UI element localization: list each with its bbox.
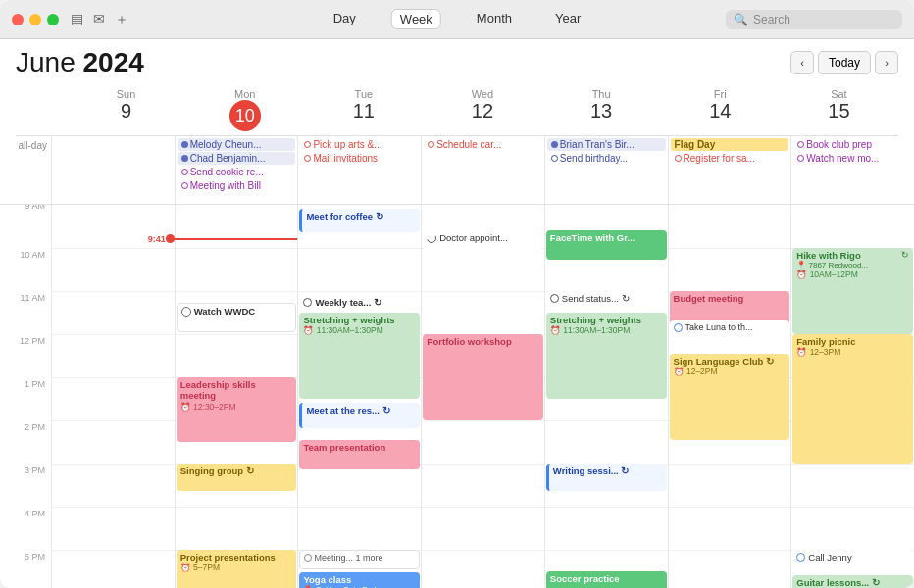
event-stretching-thu[interactable]: Stretching + weights ⏰ 11:30AM–1:30PM: [546, 313, 667, 399]
event-team-presentation[interactable]: Team presentation: [299, 440, 420, 469]
event-sign-language[interactable]: Sign Language Club ↻ ⏰ 12–2PM: [670, 354, 790, 440]
next-button[interactable]: ›: [875, 51, 898, 74]
event-mail-inv[interactable]: Mail invitations: [300, 152, 419, 165]
day-header-sun: Sun9: [67, 84, 185, 135]
inbox-icon[interactable]: ✉: [93, 11, 105, 28]
allday-row: all-day Melody Cheun... Chad Benjamin...…: [0, 136, 914, 205]
event-book-club[interactable]: Book club prep: [793, 138, 912, 151]
day-header-mon: Mon10: [185, 84, 304, 135]
event-meet-res[interactable]: Meet at the res... ↻: [299, 403, 420, 428]
event-chad[interactable]: Chad Benjamin...: [178, 152, 296, 165]
allday-thu: Brian Tran's Bir... Send birthday...: [544, 136, 668, 204]
time-gutter-header: [16, 84, 67, 135]
sidebar-icon[interactable]: ▤: [71, 11, 83, 28]
event-melody[interactable]: Melody Cheun...: [178, 138, 296, 151]
calendar-window: ▤ ✉ ＋ Day Week Month Year 🔍 Search June …: [0, 0, 914, 588]
event-send-cookie[interactable]: Send cookie re...: [178, 166, 296, 178]
nav-week[interactable]: Week: [391, 9, 441, 29]
allday-sun: [51, 136, 175, 204]
nav-day[interactable]: Day: [326, 9, 364, 29]
event-call-jenny[interactable]: Call Jenny: [792, 550, 913, 575]
day-header-fri: Fri14: [661, 84, 780, 135]
view-nav: Day Week Month Year: [326, 9, 589, 29]
time-label-12pm: 12 PM: [0, 334, 51, 377]
time-label-10am: 10 AM: [0, 248, 51, 291]
event-portfolio-workshop[interactable]: Portfolio workshop: [423, 334, 543, 420]
event-send-birthday[interactable]: Send birthday...: [547, 152, 666, 165]
year: 2024: [83, 47, 144, 77]
event-soccer[interactable]: Soccer practice: [546, 571, 667, 588]
toolbar-icons: ▤ ✉ ＋: [71, 11, 128, 28]
day-col-sun: [51, 205, 175, 588]
event-meeting-more[interactable]: Meeting... 1 more: [299, 550, 420, 569]
time-label-4pm: 4 PM: [0, 507, 51, 550]
search-box[interactable]: 🔍 Search: [726, 10, 902, 29]
event-brian-bir[interactable]: Brian Tran's Bir...: [547, 138, 666, 151]
day-col-tue: Meet for coffee ↻ Weekly tea... ↻ Stretc…: [297, 205, 421, 588]
event-family-picnic[interactable]: Family picnic ⏰ 12–3PM: [792, 334, 913, 464]
event-send-status[interactable]: Send status... ↻: [546, 291, 667, 315]
allday-fri: Flag Day Register for sa...: [668, 136, 791, 204]
search-icon: 🔍: [734, 13, 748, 26]
event-singing-group[interactable]: Singing group ↻: [177, 464, 297, 491]
event-project-presentations[interactable]: Project presentations ⏰ 5–7PM: [177, 550, 297, 588]
day-col-wed: Doctor appoint... Portfolio workshop: [421, 205, 544, 588]
event-guitar[interactable]: Guitar lessons... ↻: [792, 575, 913, 588]
add-icon[interactable]: ＋: [115, 11, 128, 28]
event-meet-coffee[interactable]: Meet for coffee ↻: [299, 209, 420, 232]
event-register-sa[interactable]: Register for sa...: [671, 152, 789, 165]
nav-year[interactable]: Year: [547, 9, 588, 29]
month-name: June: [16, 47, 83, 77]
event-writing[interactable]: Writing sessi... ↻: [546, 464, 667, 491]
day-col-fri: Budget meeting Take Luna to th... Sign L…: [668, 205, 791, 588]
calendar-title: June 2024: [16, 47, 144, 78]
day-header-thu: Thu13: [542, 84, 661, 135]
event-watch-new-mo[interactable]: Watch new mo...: [793, 152, 912, 165]
event-flag-day[interactable]: Flag Day: [671, 138, 789, 151]
event-watch-wwdc[interactable]: Watch WWDC: [177, 303, 297, 332]
event-facetime[interactable]: FaceTime with Gr...: [546, 230, 667, 260]
time-labels: 9 AM 10 AM 11 AM 12 PM 1 PM 2 PM 3 PM 4 …: [0, 205, 51, 588]
event-meeting-bill[interactable]: Meeting with Bill: [178, 179, 296, 192]
allday-wed: Schedule car...: [421, 136, 544, 204]
day-header-tue: Tue11: [304, 84, 423, 135]
allday-sat: Book club prep Watch new mo...: [790, 136, 914, 204]
day-headers: Sun9 Mon10 Tue11 Wed12 Thu13 Fri14 Sat15: [16, 84, 898, 136]
time-label-5pm: 5 PM: [0, 550, 51, 588]
allday-tue: Pick up arts &... Mail invitations: [297, 136, 421, 204]
event-stretching-tue[interactable]: Stretching + weights ⏰ 11:30AM–1:30PM: [299, 313, 420, 399]
titlebar: ▤ ✉ ＋ Day Week Month Year 🔍 Search: [0, 0, 914, 39]
time-grid-container: 9 AM 10 AM 11 AM 12 PM 1 PM 2 PM 3 PM 4 …: [0, 205, 914, 588]
time-label-3pm: 3 PM: [0, 464, 51, 507]
time-label-11am: 11 AM: [0, 291, 51, 334]
day-header-sat: Sat15: [780, 84, 898, 135]
event-pickup-arts[interactable]: Pick up arts &...: [300, 138, 419, 151]
close-button[interactable]: [12, 14, 24, 25]
time-label-9am: 9 AM: [0, 205, 51, 211]
minimize-button[interactable]: [29, 14, 41, 25]
search-placeholder: Search: [753, 13, 790, 26]
time-label-2pm: 2 PM: [0, 420, 51, 464]
event-doctor[interactable]: Doctor appoint...: [423, 230, 543, 260]
time-label-1pm: 1 PM: [0, 377, 51, 420]
day-header-wed: Wed12: [423, 84, 541, 135]
nav-month[interactable]: Month: [469, 9, 520, 29]
event-hike[interactable]: Hike with Rigo↻ 📍 7867 Redwood... ⏰ 10AM…: [792, 248, 913, 334]
prev-button[interactable]: ‹: [790, 51, 814, 74]
calendar-header: June 2024 ‹ Today › Sun9 Mon10 Tue11 Wed…: [0, 39, 914, 136]
day-col-thu: FaceTime with Gr... Send status... ↻ Str…: [544, 205, 668, 588]
event-yoga[interactable]: Yoga class 📍 Golden Gate Park 5:15–6:45P…: [299, 572, 420, 588]
today-button[interactable]: Today: [818, 51, 871, 74]
allday-label: all-day: [0, 136, 51, 204]
event-leadership[interactable]: Leadership skills meeting ⏰ 12:30–2PM: [177, 377, 297, 442]
event-schedule-car[interactable]: Schedule car...: [424, 138, 542, 151]
nav-buttons: ‹ Today ›: [790, 51, 898, 74]
traffic-lights: [12, 14, 59, 25]
hour-9am-label: 9 AM: [0, 205, 51, 248]
maximize-button[interactable]: [47, 14, 59, 25]
day-col-sat: Hike with Rigo↻ 📍 7867 Redwood... ⏰ 10AM…: [790, 205, 914, 588]
event-take-luna[interactable]: Take Luna to th...: [670, 320, 790, 346]
day-columns: 9:41 Watch WWDC Leadership skills meetin…: [51, 205, 914, 588]
day-col-mon: 9:41 Watch WWDC Leadership skills meetin…: [175, 205, 298, 588]
allday-mon: Melody Cheun... Chad Benjamin... Send co…: [175, 136, 298, 204]
